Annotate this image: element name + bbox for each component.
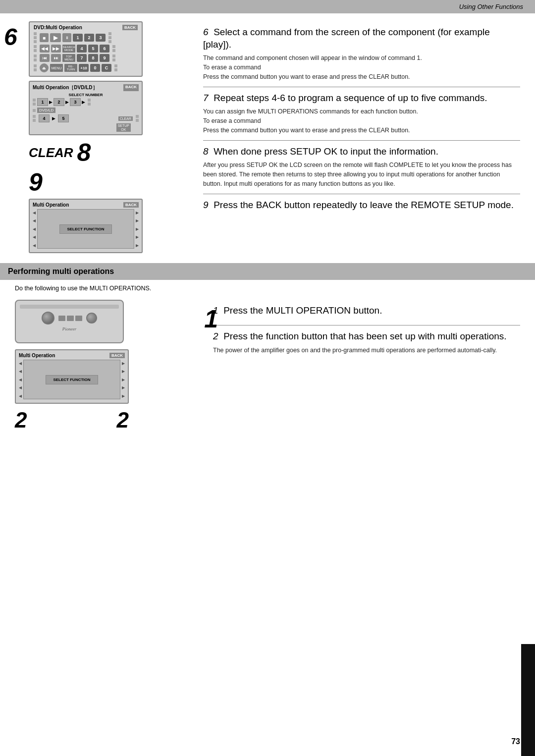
right-edge-bar: [521, 644, 535, 756]
multi-op-back[interactable]: BACK: [123, 202, 139, 208]
remote-knob-left: [42, 312, 54, 324]
bottom-select-function-label: SELECT FUNCTION: [46, 375, 98, 384]
multi-op-dvd-title: Multi Operation［DVD/LD］: [33, 84, 98, 91]
step9-title: 9 Press the BACK button repeatedly to le…: [203, 199, 520, 212]
instructions-col: 6 Select a command from the screen of th…: [198, 21, 535, 253]
step6-body2: To erase a command: [203, 64, 261, 71]
bottom-step2-block: 2 Press the function button that has bee…: [213, 325, 520, 360]
pioneer-logo: Pioneer: [20, 326, 119, 331]
step6-number: 6: [4, 23, 17, 51]
step6-title: 6 Select a command from the screen of th…: [203, 26, 520, 51]
dvd-back-btn[interactable]: BACK: [122, 25, 138, 30]
pioneer-remote-diagram: Pioneer: [15, 300, 124, 343]
bottom-step1-title-text: Press the MULTI OPERATION button.: [223, 305, 382, 316]
page-number: 73: [511, 737, 520, 746]
bottom-multi-op-diagram: Multi Operation BACK ◀ ◀ ◀ ◀ ◀ SELECT FU…: [15, 349, 203, 404]
bottom-step1-title: 1 Press the MULTI OPERATION button.: [213, 305, 520, 317]
bottom-left-col: Pioneer 1 Multi Operation BACK ◀ ◀ ◀ ◀: [15, 300, 203, 432]
dvd-multi-operation-diagram: DVD:Multi Operation BACK ■ ▶ ⏸ 1: [29, 21, 188, 77]
dvd-ld-label: DVD/LD: [37, 108, 55, 113]
section-header: Performing multi operations: [0, 263, 535, 280]
step8-title: 8 When done press SETUP OK to input the …: [203, 146, 520, 158]
clear-btn[interactable]: CLEAR: [118, 116, 133, 121]
step6-block: 6 Select a command from the screen of th…: [203, 21, 520, 87]
bottom-num-left: 2: [15, 408, 27, 432]
select-number-label: SELECT NUMBER: [33, 93, 139, 97]
bottom-step1-num: 1: [204, 305, 218, 333]
step7-title: 7 Repeat steps 4-6 to program a sequence…: [203, 92, 520, 105]
step7-body2: To erase a command: [203, 117, 261, 124]
section-intro: Do the following to use the MULTI OPERAT…: [15, 285, 520, 292]
bottom-step2-title: 2 Press the function button that has bee…: [213, 330, 520, 343]
step8-block: 8 When done press SETUP OK to input the …: [203, 140, 520, 194]
bottom-multi-op-back[interactable]: BACK: [109, 353, 125, 358]
step8-body: After you press SETUP OK the LCD screen …: [203, 161, 520, 188]
bottom-section: Pioneer 1 Multi Operation BACK ◀ ◀ ◀ ◀: [0, 300, 535, 432]
step7-body1: You can assign five MULTI OPERATIONS com…: [203, 108, 418, 115]
step9-num: 9: [29, 168, 43, 196]
dvd-multi-title: DVD:Multi Operation: [34, 25, 82, 30]
header-title: Using Other Functions: [459, 3, 523, 10]
remote-btn2: [67, 316, 74, 321]
left-diagrams-col: 6 DVD:Multi Operation BACK: [0, 21, 198, 253]
section-title: Performing multi operations: [8, 267, 114, 275]
bottom-step2-body-text: The power of the amplifier goes on and t…: [213, 347, 497, 354]
section-intro-text: Do the following to use the MULTI OPERAT…: [15, 285, 151, 292]
page-header: Using Other Functions: [0, 0, 535, 13]
step8-title-text: When done press SETUP OK to input the in…: [214, 146, 438, 157]
remote-btn-group: [58, 316, 82, 321]
step8-body-text: After you press SETUP OK the LCD screen …: [203, 162, 512, 187]
bottom-step2-body: The power of the amplifier goes on and t…: [213, 346, 520, 355]
bottom-step2-title-text: Press the function button that has been …: [223, 331, 506, 341]
bottom-step1-block: 1 Press the MULTI OPERATION button.: [213, 300, 520, 325]
step7-title-text: Repeat steps 4-6 to program a sequence o…: [214, 93, 487, 103]
bottom-right-col: 1 Press the MULTI OPERATION button. 2 Pr…: [213, 300, 520, 432]
clear-label: CLEAR: [29, 145, 73, 161]
step7-block: 7 Repeat steps 4-6 to program a sequence…: [203, 87, 520, 140]
step6-body3: Press the command button you want to era…: [203, 73, 410, 80]
remote-top-bar: [20, 305, 119, 309]
multi-op-select-diagram: Multi Operation BACK ◀ ◀ ◀ ◀ ◀ SELEC: [29, 199, 188, 253]
step6-body: The command and component chosen will ap…: [203, 54, 520, 81]
multi-op-dvd-diagram: Multi Operation［DVD/LD］ BACK SELECT NUMB…: [29, 81, 188, 135]
select-function-label: SELECT FUNCTION: [59, 224, 111, 234]
bottom-multi-op-title: Multi Operation: [19, 353, 55, 358]
remote-btn1: [58, 316, 65, 321]
multi-op-dvd-back[interactable]: BACK: [123, 84, 139, 91]
remote-knob-right: [86, 313, 97, 324]
step6-title-text: Select a command from the screen of the …: [203, 27, 490, 50]
step8-num: 8: [77, 138, 91, 167]
step9-title-text: Press the BACK button repeatedly to leav…: [214, 200, 514, 210]
bottom-num-right: 2: [117, 408, 129, 432]
step9-block: 9 Press the BACK button repeatedly to le…: [203, 194, 520, 219]
step7-body: You can assign five MULTI OPERATIONS com…: [203, 107, 520, 135]
multi-op-title: Multi Operation: [33, 202, 69, 208]
remote-btn3: [75, 316, 82, 321]
step7-body3: Press the command button you want to era…: [203, 127, 410, 134]
step6-body1: The command and component chosen will ap…: [203, 54, 422, 61]
